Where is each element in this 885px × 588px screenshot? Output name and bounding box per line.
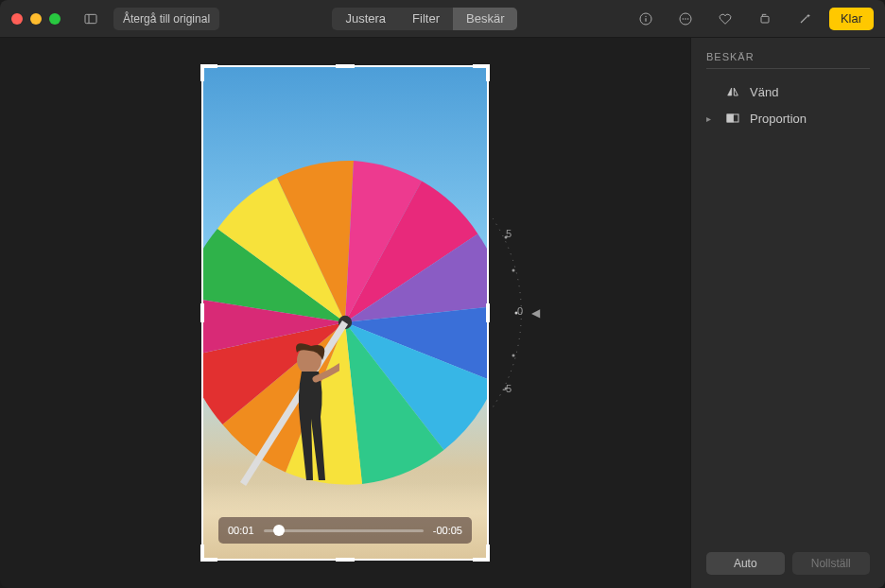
rotate-icon	[757, 11, 772, 26]
svg-rect-20	[727, 114, 734, 122]
svg-line-10	[801, 16, 807, 23]
auto-enhance-button[interactable]	[790, 8, 820, 30]
time-remaining: -00:05	[433, 525, 462, 536]
dial-tick-minus5: -5	[502, 383, 512, 394]
titlebar: Återgå till original Justera Filter Besk…	[0, 0, 885, 38]
heart-icon	[718, 11, 733, 26]
info-icon	[638, 11, 653, 26]
flip-icon	[725, 84, 740, 99]
sidebar-title: BESKÄR	[706, 51, 870, 69]
crop-sidebar: BESKÄR Vänd ▸ Proportion Auto Nollställ	[690, 38, 885, 588]
tab-filter[interactable]: Filter	[399, 8, 453, 30]
dial-pointer-icon: ◀	[531, 306, 540, 320]
svg-point-7	[685, 18, 686, 20]
dial-tick-plus5: 5	[506, 228, 512, 239]
more-button[interactable]	[670, 8, 701, 30]
flip-row[interactable]: Vänd	[706, 78, 870, 105]
edit-mode-tabs: Justera Filter Beskär	[332, 8, 517, 30]
minimize-window-button[interactable]	[30, 13, 42, 25]
dial-tick-zero: 0	[517, 305, 523, 317]
rotate-button[interactable]	[750, 8, 780, 30]
svg-point-8	[687, 18, 689, 20]
aspect-row[interactable]: ▸ Proportion	[706, 105, 870, 131]
time-current: 00:01	[228, 525, 254, 536]
crop-handle-bottom-right[interactable]	[473, 545, 490, 562]
svg-rect-9	[761, 16, 769, 23]
crop-handle-right[interactable]	[486, 303, 490, 322]
umbrella-illustration	[203, 152, 487, 493]
photo-preview: 00:01 -00:05	[203, 67, 487, 559]
dial-arc	[493, 209, 530, 417]
svg-point-15	[512, 269, 515, 272]
timeline-track[interactable]	[264, 529, 424, 532]
crop-handle-top-right[interactable]	[473, 64, 490, 81]
tab-crop[interactable]: Beskär	[453, 8, 517, 30]
auto-crop-button[interactable]: Auto	[706, 552, 785, 575]
crop-handle-top[interactable]	[336, 64, 355, 68]
favorite-button[interactable]	[710, 8, 740, 30]
tab-adjust[interactable]: Justera	[332, 8, 399, 30]
video-timeline[interactable]: 00:01 -00:05	[218, 517, 472, 544]
chevron-right-icon: ▸	[706, 113, 716, 124]
close-window-button[interactable]	[11, 13, 23, 25]
svg-point-17	[512, 355, 515, 357]
crop-handle-left[interactable]	[200, 303, 204, 322]
crop-handle-bottom[interactable]	[336, 558, 355, 562]
crop-handle-top-left[interactable]	[200, 64, 217, 81]
fullscreen-window-button[interactable]	[49, 13, 61, 25]
svg-rect-0	[85, 14, 96, 23]
timeline-thumb[interactable]	[273, 525, 285, 536]
aspect-label: Proportion	[750, 112, 807, 126]
svg-point-6	[682, 18, 684, 20]
revert-button[interactable]: Återgå till original	[113, 8, 219, 30]
info-button[interactable]	[631, 8, 661, 30]
sidebar-toggle-button[interactable]	[76, 8, 106, 30]
more-icon	[678, 11, 693, 26]
window-controls	[11, 13, 61, 25]
svg-point-4	[645, 15, 646, 16]
flip-label: Vänd	[750, 85, 778, 99]
canvas-area: 00:01 -00:05	[0, 38, 690, 588]
reset-crop-button[interactable]: Nollställ	[792, 552, 871, 575]
crop-handle-bottom-left[interactable]	[200, 545, 217, 562]
crop-frame[interactable]: 00:01 -00:05	[203, 67, 487, 559]
done-button[interactable]: Klar	[829, 8, 874, 30]
wand-icon	[797, 11, 812, 26]
aspect-icon	[725, 111, 740, 126]
person-illustration	[283, 343, 339, 485]
straighten-dial[interactable]: 5 0 -5 ◀	[493, 209, 530, 417]
sidebar-icon	[83, 11, 98, 26]
